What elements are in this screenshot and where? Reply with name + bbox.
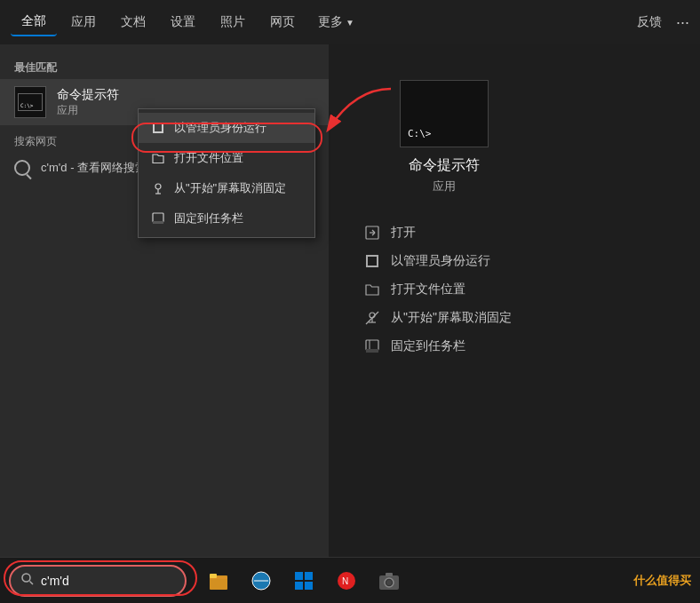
feedback-button[interactable]: 反馈 [637, 14, 662, 30]
app-type-large: 应用 [433, 179, 456, 194]
svg-point-25 [22, 574, 30, 582]
svg-rect-32 [295, 582, 303, 590]
ctx-open-location-label: 打开文件位置 [174, 150, 243, 166]
ctx-run-admin[interactable]: 以管理员身份运行 [139, 113, 314, 143]
svg-point-38 [386, 580, 392, 585]
taskbar-file-explorer[interactable] [201, 563, 236, 599]
context-menu: 以管理员身份运行 打开文件位置 从"开始"屏幕取 [138, 108, 315, 238]
taskbar-icons: N [201, 563, 407, 599]
search-bar-icon [21, 573, 34, 588]
main-content: 最佳匹配 命令提示符 应用 搜索网页 c'm'd - 查看网络搜索结果 [0, 44, 700, 557]
cmd-icon-large [400, 80, 489, 147]
result-title: 命令提示符 [57, 87, 314, 103]
taskbar-app-red[interactable]: N [329, 563, 364, 599]
svg-point-17 [370, 313, 375, 318]
unpin-icon [151, 181, 165, 195]
nav-settings[interactable]: 设置 [160, 9, 206, 36]
taskbar-browser[interactable] [243, 563, 279, 599]
svg-line-26 [30, 582, 34, 585]
taskbar-camera[interactable] [371, 563, 407, 599]
cmd-icon-small [14, 86, 46, 118]
app-name-large: 命令提示符 [409, 156, 480, 175]
svg-rect-30 [295, 572, 303, 580]
taskbar: c'm'd [0, 557, 700, 603]
left-panel: 最佳匹配 命令提示符 应用 搜索网页 c'm'd - 查看网络搜索结果 [0, 44, 329, 557]
pin-taskbar-right-icon [364, 338, 380, 354]
taskbar-right: 什么值得买 [633, 573, 700, 589]
action-open-location-label: 打开文件位置 [391, 282, 465, 298]
zhide-logo: 什么值得买 [633, 573, 691, 589]
ctx-open-location[interactable]: 打开文件位置 [139, 143, 314, 173]
ctx-unpin-start-label: 从"开始"屏幕取消固定 [174, 180, 286, 196]
top-nav: 全部 应用 文档 设置 照片 网页 更多 ▼ 反馈 ··· [0, 0, 700, 44]
pin-taskbar-icon [151, 211, 165, 226]
app-preview: 命令提示符 应用 [400, 80, 489, 216]
best-match-label: 最佳匹配 [0, 55, 329, 79]
svg-rect-14 [366, 255, 368, 267]
action-run-admin-label: 以管理员身份运行 [391, 253, 490, 269]
svg-rect-28 [210, 574, 217, 578]
svg-text:N: N [342, 576, 348, 586]
action-open-location[interactable]: 打开文件位置 [364, 282, 512, 298]
svg-rect-3 [153, 131, 163, 133]
ctx-pin-taskbar-label: 固定到任务栏 [174, 210, 243, 226]
action-pin-taskbar-label: 固定到任务栏 [391, 338, 465, 354]
cmd-icon-inner [18, 93, 43, 111]
action-open[interactable]: 打开 [364, 225, 512, 241]
search-bar[interactable]: c'm'd [9, 565, 187, 597]
taskbar-windows[interactable] [286, 563, 322, 599]
svg-rect-33 [305, 582, 313, 590]
action-run-admin[interactable]: 以管理员身份运行 [364, 253, 512, 269]
search-bar-text: c'm'd [41, 574, 69, 588]
svg-rect-13 [366, 255, 378, 257]
folder-icon [151, 151, 165, 165]
action-unpin-start-label: 从"开始"屏幕取消固定 [391, 310, 512, 326]
right-panel: 命令提示符 应用 打开 [329, 44, 700, 557]
open-icon [364, 225, 380, 241]
svg-rect-21 [366, 340, 378, 350]
svg-rect-15 [377, 255, 378, 267]
nav-more[interactable]: 更多 ▼ [309, 9, 363, 36]
ctx-pin-taskbar[interactable]: 固定到任务栏 [139, 203, 314, 234]
svg-rect-22 [366, 349, 378, 353]
nav-all[interactable]: 全部 [11, 8, 57, 36]
folder-open-icon [364, 282, 380, 298]
svg-rect-31 [305, 572, 313, 580]
svg-rect-39 [386, 573, 393, 576]
unpin-start-icon [364, 310, 380, 326]
svg-rect-8 [153, 221, 163, 224]
svg-point-4 [155, 184, 161, 189]
right-actions: 打开 以管理员身份运行 [364, 225, 512, 354]
ctx-unpin-start[interactable]: 从"开始"屏幕取消固定 [139, 173, 314, 203]
nav-apps[interactable]: 应用 [60, 9, 107, 36]
more-options-button[interactable]: ··· [676, 13, 689, 32]
chevron-down-icon: ▼ [346, 18, 354, 28]
action-unpin-start[interactable]: 从"开始"屏幕取消固定 [364, 310, 512, 326]
action-pin-taskbar[interactable]: 固定到任务栏 [364, 338, 512, 354]
nav-web[interactable]: 网页 [259, 9, 306, 36]
nav-photos[interactable]: 照片 [210, 9, 256, 36]
shield-icon [151, 121, 165, 135]
ctx-run-admin-label: 以管理员身份运行 [174, 120, 266, 136]
nav-right: 反馈 ··· [637, 13, 689, 32]
action-open-label: 打开 [391, 225, 416, 241]
svg-rect-16 [366, 266, 378, 267]
shield-run-icon [364, 253, 380, 269]
nav-docs[interactable]: 文档 [110, 9, 156, 36]
search-icon [14, 160, 30, 176]
svg-rect-7 [153, 213, 163, 222]
